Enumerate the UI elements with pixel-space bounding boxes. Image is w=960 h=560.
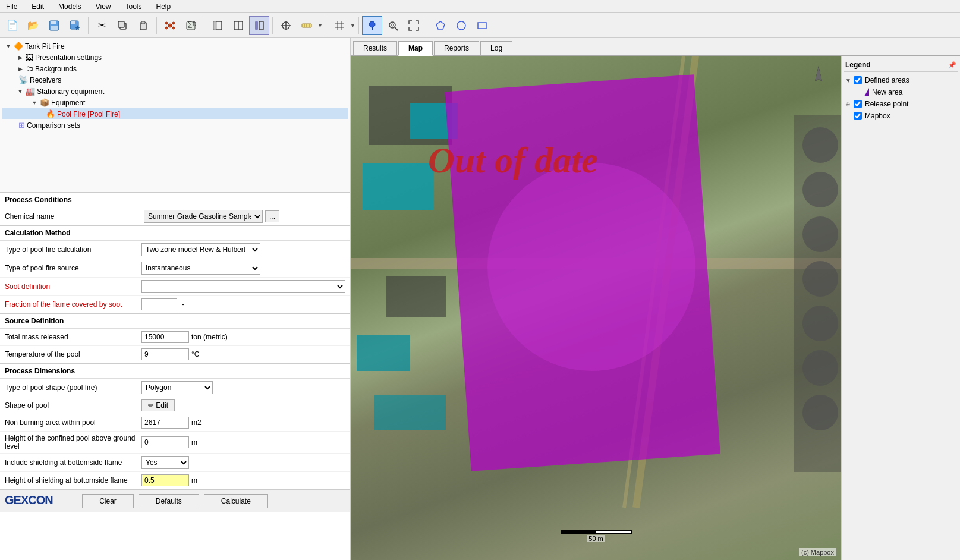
tree-stationary-arrow[interactable]: ▼: [17, 89, 24, 95]
include-shielding-row: Include shielding at bottomside flame Ye…: [0, 454, 350, 472]
tree-equipment-label: Equipment: [51, 99, 85, 107]
copy-button[interactable]: [112, 16, 133, 35]
non-burning-row: Non burning area within pool m2: [0, 414, 350, 432]
save-as-button[interactable]: ★: [65, 16, 85, 35]
chemical-browse-button[interactable]: ...: [265, 210, 279, 222]
tree-item-presentation[interactable]: ▶ 🖼 Presentation settings: [2, 52, 348, 63]
map-tower3: [802, 216, 838, 252]
polygon-tool[interactable]: [430, 16, 451, 35]
map-blast-circle: [487, 163, 695, 371]
tree-root-label: Tank Pit Fire: [25, 42, 65, 51]
menu-models[interactable]: Models: [55, 1, 85, 12]
map-tower1: [802, 127, 838, 163]
legend-defined-areas-checkbox[interactable]: [854, 76, 862, 84]
temp-pool-row: Temperature of the pool °C: [0, 346, 350, 363]
non-burning-input[interactable]: [141, 417, 189, 429]
tab-map[interactable]: Map: [398, 41, 433, 56]
menu-edit[interactable]: Edit: [28, 1, 48, 12]
legend-defined-areas-expand[interactable]: ▼: [845, 77, 854, 84]
height-confined-unit: m: [191, 438, 197, 446]
chemical-name-select[interactable]: Summer Grade Gasoline Sample: [144, 210, 263, 223]
map-container[interactable]: Out of date 50 m (c) Mapbox: [351, 56, 841, 560]
menu-view[interactable]: View: [92, 1, 115, 12]
fraction-input[interactable]: [141, 298, 177, 310]
temp-pool-unit: °C: [191, 350, 199, 358]
tree-presentation-arrow[interactable]: ▶: [17, 55, 24, 61]
view3-button[interactable]: [249, 16, 269, 35]
tree-stationary-label: Stationary equipment: [37, 87, 104, 96]
crosshair-button[interactable]: [276, 16, 296, 35]
tab-log[interactable]: Log: [480, 41, 512, 55]
map-credit: (c) Mapbox: [799, 548, 836, 556]
edit-pool-button[interactable]: ✏ Edit: [141, 399, 175, 411]
pool-shape-select[interactable]: Polygon: [141, 381, 213, 394]
legend-mapbox[interactable]: Mapbox: [844, 110, 958, 122]
clear-button[interactable]: Clear: [82, 494, 134, 508]
pin-button[interactable]: [362, 16, 382, 35]
cut-button[interactable]: ✂: [92, 16, 112, 35]
ruler-button[interactable]: [297, 16, 317, 35]
tree-item-comparison[interactable]: ⊞ Comparison sets: [2, 119, 348, 131]
non-burning-label: Non burning area within pool: [5, 419, 141, 427]
tab-reports[interactable]: Reports: [434, 41, 479, 55]
tree-root-arrow[interactable]: ▼: [5, 43, 12, 49]
tree-item-poolfire[interactable]: 🔥 Pool Fire [Pool Fire]: [2, 108, 348, 119]
legend-mapbox-label: Mapbox: [865, 112, 890, 120]
total-mass-input[interactable]: [141, 331, 189, 343]
total-mass-label: Total mass released: [5, 333, 141, 341]
new-button[interactable]: 📄: [2, 16, 23, 35]
soot-select[interactable]: [141, 280, 345, 293]
paste-button[interactable]: [133, 16, 153, 35]
svg-rect-2: [51, 26, 58, 30]
legend-release-point-label: Release point: [865, 100, 908, 108]
height-shielding-input[interactable]: [141, 474, 189, 486]
save-button[interactable]: [44, 16, 64, 35]
include-shielding-label: Include shielding at bottomside flame: [5, 458, 141, 467]
map-tower5: [802, 306, 838, 341]
tree-presentation-label: Presentation settings: [35, 54, 102, 62]
chemical-name-label: Chemical name: [5, 212, 141, 221]
view1-button[interactable]: [207, 16, 228, 35]
svg-rect-25: [255, 21, 258, 30]
circle-tool[interactable]: [451, 16, 471, 35]
svg-marker-43: [436, 21, 445, 29]
grid-button[interactable]: [329, 16, 350, 35]
open-button[interactable]: 📂: [23, 16, 43, 35]
tree-item-stationary[interactable]: ▼ 🏭 Stationary equipment: [2, 86, 348, 97]
legend-defined-areas[interactable]: ▼ Defined areas: [844, 74, 958, 86]
tree-equipment-arrow[interactable]: ▼: [31, 100, 38, 106]
calc-button[interactable]: ∑fx: [181, 16, 201, 35]
menu-tools[interactable]: Tools: [122, 1, 146, 12]
legend-release-point[interactable]: ⊕ Release point: [844, 98, 958, 110]
tree-backgrounds-arrow[interactable]: ▶: [17, 66, 24, 72]
tree-item-backgrounds[interactable]: ▶ 🗂 Backgrounds: [2, 63, 348, 74]
svg-point-40: [389, 22, 395, 28]
calculate-button[interactable]: Calculate: [204, 494, 268, 508]
scale-label: 50 m: [587, 535, 604, 542]
rect-tool[interactable]: [472, 16, 492, 35]
tree-item-receivers[interactable]: 📡 Receivers: [2, 74, 348, 86]
fullscreen-button[interactable]: [404, 16, 424, 35]
pool-source-select[interactable]: Instantaneous: [141, 262, 260, 275]
zoom-button[interactable]: [383, 16, 403, 35]
pool-calc-select[interactable]: Two zone model Rew & Hulbert: [141, 243, 260, 256]
tab-results[interactable]: Results: [353, 41, 397, 55]
menu-file[interactable]: File: [2, 1, 21, 12]
temp-pool-input[interactable]: [141, 348, 189, 360]
view2-button[interactable]: [228, 16, 248, 35]
form-area: Process Conditions Chemical name Summer …: [0, 193, 350, 489]
legend-mapbox-checkbox[interactable]: [854, 112, 862, 120]
legend-release-point-checkbox[interactable]: [854, 100, 862, 108]
svg-text:★: ★: [74, 24, 80, 31]
tree-root[interactable]: ▼ 🔶 Tank Pit Fire: [2, 40, 348, 52]
total-mass-unit: ton (metric): [191, 333, 228, 341]
include-shielding-select[interactable]: Yes No: [141, 456, 189, 469]
height-confined-input[interactable]: [141, 436, 189, 448]
legend-pin[interactable]: 📌: [948, 61, 956, 69]
defaults-button[interactable]: Defaults: [139, 494, 199, 508]
tree-item-equipment[interactable]: ▼ 📦 Equipment: [2, 97, 348, 108]
tabs-bar: Results Map Reports Log: [351, 38, 960, 56]
network-button[interactable]: [160, 16, 180, 35]
menu-help[interactable]: Help: [153, 1, 175, 12]
legend-release-point-expand[interactable]: ⊕: [845, 101, 854, 108]
